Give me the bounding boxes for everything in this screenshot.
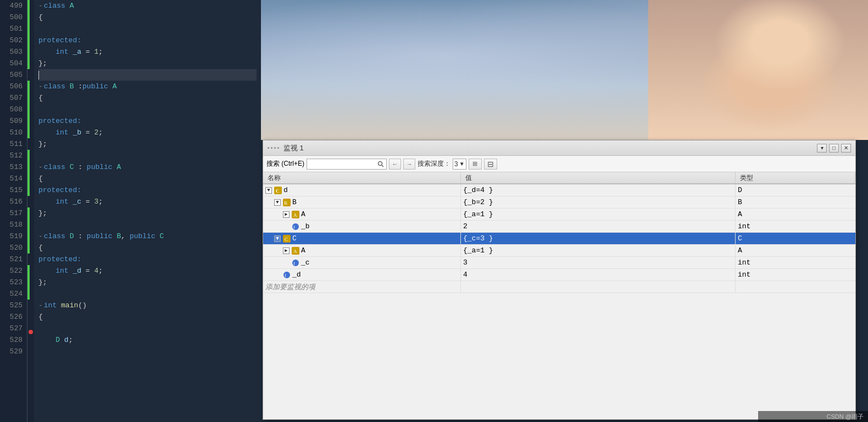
- depth-value: 3: [454, 160, 458, 168]
- view-mode-btn[interactable]: ⊟: [484, 159, 497, 170]
- watch-row-d-field[interactable]: f _d 4 int: [263, 269, 855, 281]
- code-line[interactable]: [38, 150, 257, 161]
- search-box[interactable]: [307, 159, 387, 170]
- line-num: 523: [4, 277, 23, 288]
- restore-button[interactable]: □: [829, 144, 839, 153]
- expand-icon[interactable]: ▼: [274, 235, 281, 242]
- grip-dot: [268, 147, 269, 149]
- code-line[interactable]: {: [38, 242, 257, 254]
- watch-cell-name: ▼ C d: [263, 184, 461, 196]
- code-line[interactable]: {: [38, 311, 257, 323]
- watch-row-B[interactable]: ▼ B B {_b=2 } B: [263, 196, 855, 209]
- add-watch-row[interactable]: 添加要监视的项: [263, 281, 855, 293]
- watch-title: 监视 1: [283, 143, 304, 153]
- collapse-icon[interactable]: -: [38, 230, 43, 242]
- line-num: 516: [4, 196, 23, 207]
- watch-cell-value: {_d=4 }: [461, 184, 736, 196]
- line-num: 499: [4, 0, 23, 12]
- watch-row-A1[interactable]: ▶ A A {_a=1 } A: [263, 209, 855, 221]
- code-line[interactable]: {: [38, 173, 257, 184]
- watch-cell-name: ▼ C C: [263, 233, 461, 244]
- code-line[interactable]: [38, 288, 257, 300]
- collapse-icon[interactable]: -: [38, 81, 43, 92]
- code-line[interactable]: -class C : public A: [38, 161, 257, 173]
- collapse-icon[interactable]: -: [38, 161, 43, 173]
- code-line[interactable]: [38, 23, 257, 35]
- watch-cell-type: A: [736, 209, 855, 220]
- code-line[interactable]: int _d = 4;: [38, 265, 257, 277]
- expand-icon[interactable]: ▼: [274, 199, 281, 206]
- search-input[interactable]: [309, 160, 375, 168]
- code-line[interactable]: -class D : public B, public C: [38, 230, 257, 242]
- watch-row-C[interactable]: ▼ C C {_c=3 } C: [263, 233, 855, 245]
- svg-point-0: [379, 161, 382, 165]
- watch-row-A2[interactable]: ▶ A A {_a=1 } A: [263, 245, 855, 257]
- window-buttons: ▾ □ ✕: [817, 144, 851, 153]
- code-line[interactable]: [38, 323, 257, 334]
- code-line[interactable]: };: [38, 138, 257, 150]
- line-num: 510: [4, 127, 23, 138]
- line-num: 503: [4, 46, 23, 58]
- code-line[interactable]: };: [38, 277, 257, 288]
- line-num: 522: [4, 265, 23, 277]
- line-num: 525: [4, 300, 23, 311]
- expand-icon[interactable]: ▶: [283, 211, 290, 218]
- code-line[interactable]: protected:: [38, 115, 257, 127]
- view-toggle-btn[interactable]: ⊞: [469, 159, 482, 170]
- code-line[interactable]: int _c = 3;: [38, 196, 257, 207]
- watch-cell-name: ▼ B B: [263, 196, 461, 208]
- collapse-icon[interactable]: -: [38, 0, 43, 12]
- code-line[interactable]: protected:: [38, 254, 257, 265]
- col-header-type: 类型: [736, 172, 855, 183]
- spacer: [283, 223, 290, 230]
- code-line[interactable]: int _a = 1;: [38, 46, 257, 58]
- watch-row-b[interactable]: f _b 2 int: [263, 221, 855, 233]
- code-lines[interactable]: -class A { protected: int _a = 1; }; -cl…: [34, 0, 261, 422]
- col-header-value: 值: [461, 172, 736, 183]
- code-line[interactable]: };: [38, 58, 257, 69]
- col-header-name: 名称: [263, 172, 461, 183]
- depth-dropdown[interactable]: 3 ▼: [453, 159, 466, 170]
- code-line[interactable]: int _b = 2;: [38, 127, 257, 138]
- code-line-current[interactable]: [38, 69, 257, 81]
- line-num: 506: [4, 81, 23, 92]
- svg-text:C: C: [285, 237, 288, 242]
- watch-titlebar: 监视 1 ▾ □ ✕: [263, 140, 855, 156]
- nav-back-button[interactable]: ←: [389, 159, 401, 170]
- code-line[interactable]: {: [38, 92, 257, 104]
- code-line[interactable]: -class A: [38, 0, 257, 12]
- nav-forward-button[interactable]: →: [403, 159, 415, 170]
- collapse-icon[interactable]: -: [38, 300, 43, 311]
- close-button[interactable]: ✕: [841, 144, 851, 153]
- collapse-bar: [27, 150, 30, 196]
- add-watch-label[interactable]: 添加要监视的项: [263, 281, 461, 292]
- expand-icon[interactable]: ▼: [265, 187, 272, 194]
- code-line[interactable]: -int main(): [38, 300, 257, 311]
- spacer: [274, 272, 281, 278]
- code-line[interactable]: protected:: [38, 35, 257, 46]
- class-badge-icon: A: [292, 247, 299, 254]
- watch-row-d[interactable]: ▼ C d {_d=4 } D: [263, 184, 855, 196]
- code-line[interactable]: {: [38, 12, 257, 23]
- grip-dot: [277, 147, 279, 149]
- watch-row-c[interactable]: f _c 3 int: [263, 257, 855, 269]
- code-line[interactable]: protected:: [38, 184, 257, 196]
- line-num: 504: [4, 58, 23, 69]
- watch-cell-name: f _c: [263, 257, 461, 268]
- code-line[interactable]: -class B :public A: [38, 81, 257, 92]
- code-line[interactable]: [38, 219, 257, 230]
- line-num: 518: [4, 219, 23, 230]
- code-line[interactable]: };: [38, 207, 257, 219]
- code-line[interactable]: D d;: [38, 334, 257, 346]
- watch-table: 名称 值 类型 ▼ C d {_d=4 } D ▼: [263, 172, 855, 419]
- class-icon: B: [283, 199, 291, 206]
- collapse-bar: [27, 0, 30, 69]
- grip-dot: [271, 147, 272, 149]
- expand-icon[interactable]: ▶: [283, 247, 290, 254]
- status-bar: CSDN @雨子: [758, 411, 868, 422]
- svg-text:A: A: [293, 212, 297, 218]
- code-line[interactable]: [38, 104, 257, 115]
- pin-button[interactable]: ▾: [817, 144, 827, 153]
- line-num: 511: [4, 138, 23, 150]
- code-line[interactable]: [38, 346, 257, 357]
